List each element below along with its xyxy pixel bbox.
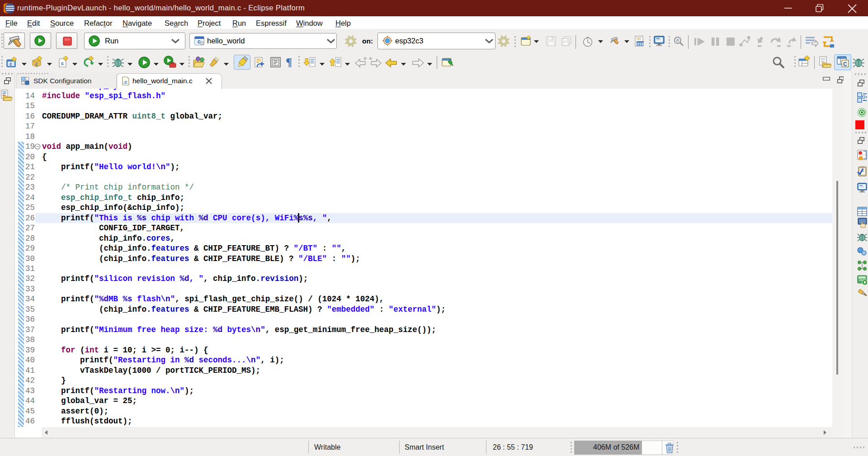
svg-text:c: c xyxy=(61,61,64,66)
svg-text:c: c xyxy=(198,38,201,45)
svg-text:c: c xyxy=(9,62,12,66)
svg-text:.c: .c xyxy=(123,79,127,85)
svg-text:010: 010 xyxy=(637,42,644,46)
svg-text:c: c xyxy=(35,62,38,67)
svg-text:C: C xyxy=(843,61,847,67)
